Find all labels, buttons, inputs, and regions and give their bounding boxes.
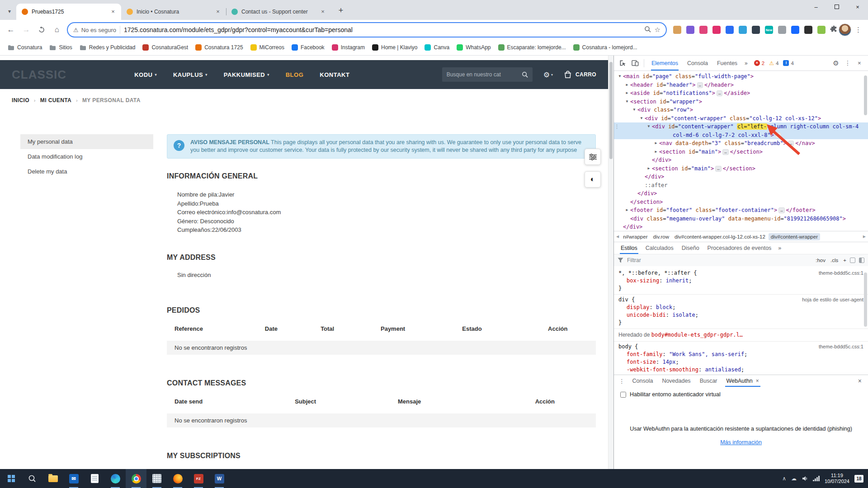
bookmark-item[interactable]: Cosnatura (5, 42, 45, 52)
filter-action-button[interactable]: :hov (816, 258, 826, 263)
dom-tree-node[interactable]: ▶<header id="header">…</header> (614, 81, 868, 89)
bookmark-item[interactable]: Home | Klaviyo (369, 42, 420, 52)
edge-taskbar-button[interactable] (105, 469, 126, 488)
expand-arrow-icon[interactable]: ▶ (646, 164, 652, 173)
error-count-badge[interactable]: ×2 (754, 60, 764, 66)
extension-icon[interactable] (686, 26, 694, 34)
issues-count-badge[interactable]: !4 (783, 60, 793, 66)
explorer-taskbar-button[interactable] (42, 469, 63, 488)
styles-filter-input[interactable]: Filtrar (627, 257, 812, 263)
css-selector[interactable]: body { (618, 343, 638, 351)
extension-icon[interactable] (778, 26, 786, 34)
site-search[interactable]: Busque en nuestro cat (442, 67, 533, 82)
settings-gear-icon[interactable]: ⚙ (830, 57, 842, 69)
expand-arrow-icon[interactable]: ▼ (617, 72, 623, 81)
scrollbar-thumb[interactable] (609, 62, 613, 159)
bookmark-item[interactable]: MiCorreos (247, 42, 288, 52)
dom-tree-node[interactable]: </div> (614, 173, 868, 181)
breadcrumb-item[interactable]: MI CUENTA (40, 97, 71, 103)
account-menu[interactable]: ⚙▾ (543, 70, 553, 79)
crumb-scroll-left-icon[interactable]: ◀ (615, 235, 620, 239)
dom-tree-node[interactable]: </div> (614, 223, 868, 231)
tab-close-icon[interactable]: × (319, 8, 326, 15)
extension-icon[interactable] (752, 26, 760, 34)
sidebar-item[interactable]: Data modification log (20, 149, 153, 164)
computed-panel-icon[interactable] (859, 258, 864, 263)
tab-search-button[interactable]: ▾ (4, 5, 15, 17)
tab-close-icon[interactable]: × (214, 8, 222, 15)
expand-arrow-icon[interactable]: ▼ (624, 98, 630, 106)
dom-tree-node[interactable]: ▼<div class="row"> (614, 106, 868, 114)
elements-breadcrumb-item[interactable]: div.row (651, 233, 672, 240)
elements-breadcrumb-item[interactable]: div#content-wrapper (769, 233, 820, 240)
styles-tab-estilos[interactable]: Estilos (617, 242, 642, 254)
css-property[interactable]: font-size: 14px; (618, 358, 863, 366)
site-logo[interactable]: CLASSIC (12, 68, 66, 82)
styles-scrollbar[interactable] (863, 268, 868, 373)
expand-arrow-icon[interactable]: ▶ (653, 139, 659, 148)
bookmark-item[interactable]: Canva (421, 42, 453, 52)
extension-icon[interactable] (726, 26, 734, 34)
back-button[interactable]: ← (4, 23, 18, 37)
collapsed-content-icon[interactable]: … (697, 82, 703, 88)
customizer-button[interactable] (585, 149, 601, 165)
bookmark-item[interactable]: Facebook (288, 42, 328, 52)
bookmark-item[interactable]: Redes y Publicidad (76, 42, 139, 52)
security-chip[interactable]: ⚠ No es seguro (73, 27, 116, 33)
extension-icon[interactable] (673, 26, 681, 34)
dom-tree-node[interactable]: </div> (614, 156, 868, 164)
dom-tree-node[interactable]: ::after (614, 181, 868, 190)
elements-breadcrumb-item[interactable]: n#wrapper (621, 233, 650, 240)
devtools-tab-consola[interactable]: Consola (683, 56, 712, 70)
nav-item-blog[interactable]: BLOG (286, 71, 304, 78)
breadcrumb-item[interactable]: MY PERSONAL DATA (82, 97, 141, 103)
maximize-button[interactable] (826, 0, 847, 14)
dom-tree-node[interactable]: ▼<div id="content-wrapper" class="col-lg… (614, 114, 868, 123)
contrast-toggle-button[interactable]: ◐ (585, 171, 601, 188)
styles-tab-procesadores-de-eventos[interactable]: Procesadores de eventos (703, 242, 776, 254)
stylesheet-link[interactable]: theme-bddd5c.css:1 (819, 343, 863, 351)
css-property[interactable]: box-sizing: inherit; (618, 277, 863, 285)
chrome-taskbar-button[interactable] (126, 469, 146, 488)
browser-tab[interactable]: Inicio • Cosnatura× (121, 4, 226, 20)
url-text[interactable]: 1725.cosnatura.com/module/ets_gdpr/gdpr?… (124, 26, 641, 33)
dom-tree-node[interactable]: </div> (614, 189, 868, 198)
search-icon[interactable] (644, 26, 651, 34)
scrollbar-thumb[interactable] (864, 272, 867, 327)
notes-taskbar-button[interactable] (84, 469, 105, 488)
outlook-taskbar-button[interactable]: ✉ (63, 469, 84, 488)
css-property[interactable]: -moz-osx-font-smoothing: grayscale; (618, 374, 863, 375)
taskbar-clock[interactable]: 11:19 10/07/2024 (825, 473, 849, 485)
expand-arrow-icon[interactable]: ▶ (653, 148, 659, 156)
nav-item-kontakt[interactable]: KONTAKT (320, 71, 349, 78)
start-taskbar-button[interactable] (1, 469, 22, 488)
css-selector[interactable]: div { (618, 296, 635, 304)
profile-avatar[interactable] (839, 23, 851, 36)
stylesheet-link[interactable]: hoja de estilo de user-agent (802, 296, 863, 304)
collapsed-content-icon[interactable]: … (775, 132, 781, 138)
nav-item-kauplus[interactable]: KAUPLUS▾ (173, 71, 208, 78)
collapsed-content-icon[interactable]: … (788, 141, 794, 146)
more-tabs-icon[interactable]: » (743, 60, 750, 66)
styles-tab-diseño[interactable]: Diseño (678, 242, 703, 254)
volume-icon[interactable] (802, 475, 808, 482)
dom-tree-node[interactable]: </section> (614, 198, 868, 206)
extension-icon[interactable] (739, 26, 747, 34)
tray-expand-icon[interactable]: ∧ (782, 475, 786, 482)
bookmark-item[interactable]: CosnaturaGest (139, 42, 191, 52)
learn-more-link[interactable]: Más información (720, 439, 762, 446)
search-taskbar-button[interactable] (22, 469, 42, 488)
expand-arrow-icon[interactable]: ▼ (631, 106, 637, 114)
warning-count-badge[interactable]: ⚠4 (769, 60, 778, 66)
grid-taskbar-button[interactable] (146, 469, 167, 488)
browser-tab[interactable]: Contact us - Support center× (226, 4, 331, 20)
sidebar-item[interactable]: Delete my data (20, 164, 153, 179)
drawer-tab-webauthn[interactable]: WebAuthn× (722, 375, 764, 387)
dom-tree-node[interactable]: col-md-6 col-lg-7-2 col-xxl-8">… (614, 131, 868, 140)
extension-icon[interactable] (804, 26, 812, 34)
bookmark-star-icon[interactable]: ☆ (655, 26, 660, 34)
dom-tree-node[interactable]: <div class="megamenu-overlay" data-megam… (614, 215, 868, 223)
bookmark-item[interactable]: Sitios (46, 42, 75, 52)
drawer-tab-buscar[interactable]: Buscar (695, 375, 722, 387)
home-button[interactable]: ⌂ (50, 23, 64, 37)
